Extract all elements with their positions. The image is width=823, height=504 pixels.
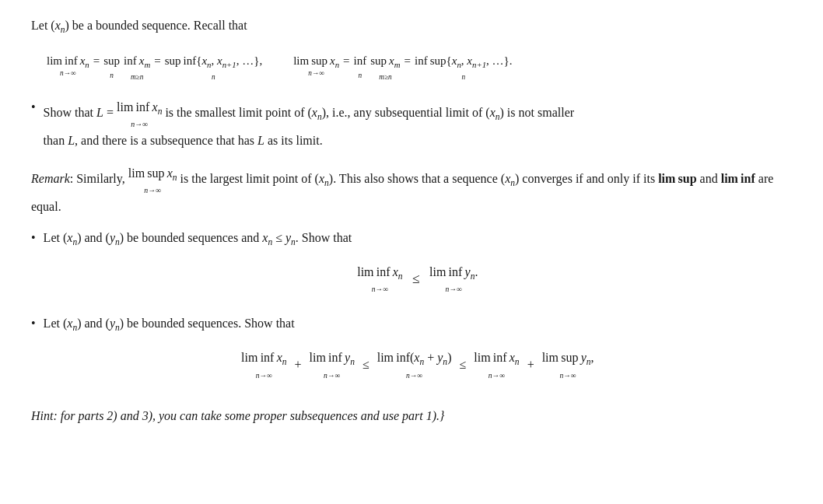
hint-label: Hint — [31, 409, 53, 422]
bullet-1: • Show that L = lim inf xn n→∞ is the sm… — [31, 97, 792, 151]
remark-section: Remark: Similarly, lim sup xn n→∞ is the… — [31, 163, 792, 217]
hint-text: : for parts 2) and 3), you can take some… — [53, 409, 444, 422]
recall-equations: lim inf xn n→∞ = sup n inf xm m≥n = sup … — [47, 51, 792, 83]
bullet-1-content: Show that L = lim inf xn n→∞ is the smal… — [44, 97, 792, 151]
bullet-dot-1: • — [31, 97, 36, 151]
remark-label: Remark — [31, 172, 70, 185]
bullet-dot-3: • — [31, 313, 36, 394]
bullet-3: • Let (xn) and (yn) be bounded sequences… — [31, 313, 792, 394]
hint-section: Hint: for parts 2) and 3), you can take … — [31, 406, 792, 426]
main-content: Let (xn) be a bounded sequence. Recall t… — [31, 16, 792, 426]
bullet-3-equation: lim inf xn n→∞ + lim inf yn n→∞ ≤ lim in… — [44, 348, 792, 381]
bullet-2: • Let (xn) and (yn) be bounded sequences… — [31, 228, 792, 308]
bullet-3-content: Let (xn) and (yn) be bounded sequences. … — [44, 313, 792, 394]
bullet-2-content: Let (xn) and (yn) be bounded sequences a… — [44, 228, 792, 308]
bullet-dot-2: • — [31, 228, 36, 308]
intro-paragraph: Let (xn) be a bounded sequence. Recall t… — [31, 16, 792, 37]
bullet-2-equation: lim inf xn n→∞ ≤ lim inf yn. n→∞ — [44, 262, 792, 296]
